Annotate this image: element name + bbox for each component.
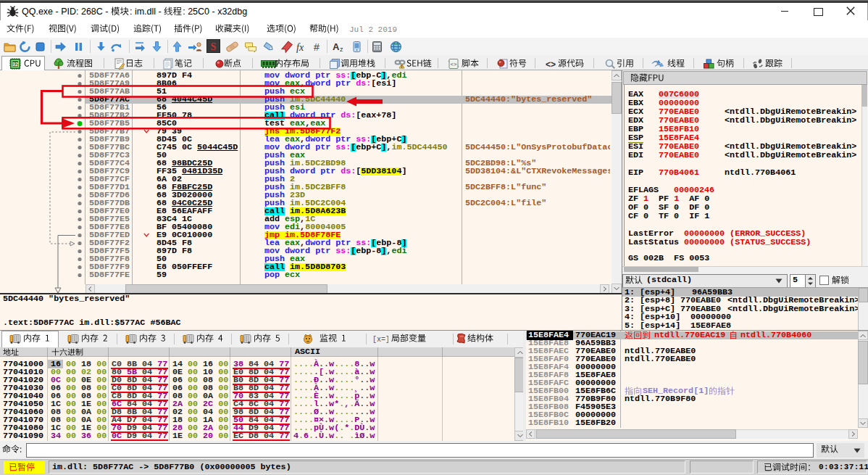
svg-text:<>: <> bbox=[450, 62, 457, 67]
svg-text:S: S bbox=[211, 41, 217, 52]
svg-text:z: z bbox=[340, 46, 343, 53]
svg-text:#: # bbox=[314, 41, 320, 53]
svg-text:!: ! bbox=[401, 65, 403, 69]
svg-text:A: A bbox=[333, 41, 340, 52]
svg-text:32: 32 bbox=[12, 62, 18, 67]
svg-text:<>: <> bbox=[546, 59, 556, 70]
svg-text:fx: fx bbox=[296, 42, 304, 53]
svg-text:[x=]: [x=] bbox=[372, 336, 388, 344]
